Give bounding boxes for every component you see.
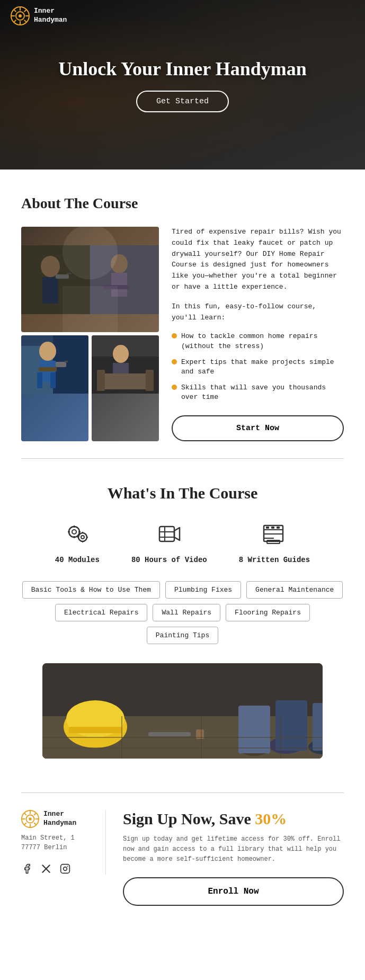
- svg-rect-28: [39, 367, 57, 371]
- about-bullet-list: How to tackle common home repairs (witho…: [172, 332, 344, 402]
- svg-rect-26: [37, 372, 42, 388]
- stat-video: 80 Hours of Video: [131, 521, 207, 564]
- svg-rect-73: [238, 706, 270, 753]
- svg-rect-61: [277, 527, 280, 529]
- svg-rect-59: [266, 527, 269, 529]
- logo: InnerHandyman: [11, 6, 67, 25]
- svg-rect-36: [97, 373, 154, 389]
- svg-rect-67: [69, 727, 122, 733]
- svg-rect-68: [148, 732, 191, 736]
- navbar: InnerHandyman: [0, 0, 365, 32]
- svg-line-88: [24, 813, 26, 815]
- about-paragraph-2: In this fun, easy-to-follow course, you'…: [172, 301, 344, 324]
- svg-point-2: [19, 14, 22, 17]
- about-section: About The Course: [0, 170, 365, 458]
- modules-icon: [64, 521, 91, 550]
- tag-basic-tools: Basic Tools & How to Use Them: [22, 581, 160, 599]
- svg-rect-13: [90, 245, 159, 314]
- about-image-top: [21, 227, 159, 332]
- footer-headline-text: Sign Up Now, Save: [123, 810, 255, 827]
- tag-electrical: Electrical Repairs: [55, 604, 147, 621]
- svg-rect-17: [66, 273, 72, 274]
- bullet-item-1: How to tackle common home repairs (witho…: [172, 332, 344, 351]
- facebook-icon[interactable]: [21, 863, 33, 875]
- svg-line-91: [24, 823, 26, 825]
- svg-point-14: [41, 256, 60, 277]
- footer-logo: InnerHandyman: [21, 810, 93, 828]
- footer-headline-accent: 30%: [255, 810, 287, 827]
- logo-text: InnerHandyman: [34, 7, 67, 25]
- svg-line-8: [24, 20, 26, 22]
- svg-point-24: [39, 342, 56, 361]
- footer-left: InnerHandyman Main Street, 1 77777 Berli…: [21, 810, 106, 875]
- footer-logo-icon: [21, 810, 39, 828]
- svg-point-39: [69, 527, 79, 537]
- about-images: [21, 227, 159, 441]
- tag-painting: Painting Tips: [147, 627, 218, 644]
- footer-right: Sign Up Now, Save 30% Sign up today and …: [123, 810, 344, 906]
- about-image-bottom-left: [21, 335, 88, 441]
- svg-rect-12: [21, 245, 90, 314]
- svg-rect-60: [271, 527, 274, 529]
- svg-line-7: [14, 10, 16, 12]
- start-now-button[interactable]: Start Now: [172, 415, 344, 441]
- hero-section: InnerHandyman Unlock Your Inner Handyman…: [0, 0, 365, 170]
- svg-line-89: [34, 823, 36, 825]
- tag-general-maintenance: General Maintenance: [246, 581, 343, 599]
- svg-line-10: [14, 20, 16, 22]
- bullet-text-2: Expert tips that make projects simple an…: [181, 358, 344, 377]
- social-icons: [21, 863, 93, 875]
- bullet-item-2: Expert tips that make projects simple an…: [172, 358, 344, 377]
- about-heading: About The Course: [21, 195, 344, 212]
- svg-rect-92: [61, 864, 70, 873]
- svg-rect-38: [146, 370, 154, 391]
- svg-point-18: [111, 254, 128, 273]
- tags-grid: Basic Tools & How to Use Them Plumbing F…: [21, 581, 344, 644]
- svg-rect-75: [313, 703, 323, 751]
- about-text: Tired of expensive repair bills? Wish yo…: [172, 227, 344, 441]
- course-heading: What's In The Course: [21, 484, 344, 502]
- get-started-button[interactable]: Get Started: [136, 91, 229, 112]
- course-section: What's In The Course: [0, 459, 365, 776]
- stat-video-label: 80 Hours of Video: [131, 556, 207, 564]
- hero-title: Unlock Your Inner Handyman: [58, 58, 306, 80]
- guides-icon: [261, 521, 288, 550]
- svg-point-33: [113, 345, 129, 363]
- about-image-bottom-right: [92, 335, 159, 441]
- course-image-inner: [42, 663, 323, 759]
- bullet-item-3: Skills that will save you thousands over…: [172, 383, 344, 402]
- svg-rect-15: [42, 277, 58, 304]
- tag-plumbing: Plumbing Fixes: [165, 581, 241, 599]
- svg-point-93: [64, 867, 67, 870]
- svg-line-9: [24, 10, 26, 12]
- stat-modules: 40 Modules: [55, 521, 100, 564]
- stat-modules-label: 40 Modules: [55, 556, 100, 564]
- svg-rect-19: [111, 273, 127, 297]
- logo-icon: [11, 6, 30, 25]
- stat-guides-label: 8 Written Guides: [239, 556, 310, 564]
- svg-rect-20: [103, 285, 130, 289]
- about-paragraph-1: Tired of expensive repair bills? Wish yo…: [172, 227, 344, 293]
- twitter-x-icon[interactable]: [40, 863, 52, 875]
- stat-guides: 8 Written Guides: [239, 521, 310, 564]
- instagram-icon[interactable]: [59, 863, 71, 875]
- footer-description: Sign up today and get lifetime access fo…: [123, 834, 344, 865]
- about-image-bl-svg: [21, 335, 88, 394]
- bullet-text-1: How to tackle common home repairs (witho…: [181, 332, 344, 351]
- enroll-now-button[interactable]: Enroll Now: [123, 877, 344, 906]
- svg-line-90: [34, 813, 36, 815]
- tag-flooring: Flooring Repairs: [226, 604, 310, 621]
- svg-rect-37: [97, 370, 105, 391]
- tag-wall-repairs: Wall Repairs: [153, 604, 220, 621]
- bullet-text-3: Skills that will save you thousands over…: [181, 383, 344, 402]
- stats-row: 40 Modules 80 Hours of Video: [21, 521, 344, 564]
- svg-point-42: [81, 536, 84, 539]
- course-image-svg: [42, 663, 323, 759]
- svg-rect-51: [159, 527, 174, 541]
- svg-rect-74: [275, 700, 307, 751]
- bullet-dot-2: [172, 359, 177, 364]
- footer-logo-text: InnerHandyman: [43, 810, 76, 828]
- svg-point-94: [67, 866, 68, 867]
- footer-headline: Sign Up Now, Save 30%: [123, 810, 344, 828]
- svg-rect-30: [65, 361, 68, 362]
